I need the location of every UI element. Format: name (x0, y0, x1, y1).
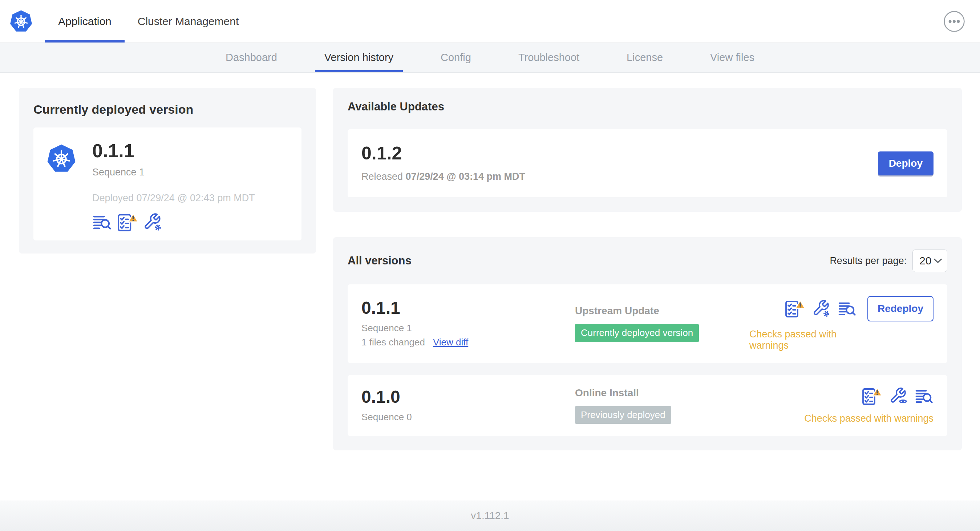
wrench-gear-config-icon[interactable] (812, 299, 831, 318)
available-updates-card: Available Updates 0.1.2 Released 07/29/2… (333, 88, 962, 212)
row-version-number: 0.1.0 (361, 388, 575, 406)
redeploy-button[interactable]: Redeploy (867, 296, 934, 321)
deploy-logs-icon[interactable] (838, 299, 856, 318)
app-subnav: Dashboard Version history Config Trouble… (0, 43, 980, 73)
results-per-page: Results per page: 20 (830, 250, 947, 272)
row-source-label: Online Install (575, 387, 749, 399)
subnav-config-label: Config (441, 52, 471, 64)
console-version: v1.112.1 (471, 510, 509, 521)
row-files-line: 1 files changed View diff (361, 337, 575, 348)
released-prefix: Released (361, 171, 403, 182)
subnav-tab-config[interactable]: Config (431, 43, 480, 72)
main-content: Currently deployed version (0, 73, 980, 450)
row-action-icons: Redeploy (784, 296, 934, 321)
all-versions-title: All versions (348, 254, 412, 267)
preflight-checklist-warning-icon[interactable] (861, 387, 883, 406)
preflight-checklist-warning-icon[interactable] (116, 213, 139, 232)
tab-cluster-management[interactable]: Cluster Management (124, 0, 252, 43)
chevron-down-icon (934, 259, 942, 263)
ellipsis-menu-icon (943, 10, 966, 33)
subnav-license-label: License (627, 52, 663, 64)
console-footer: v1.112.1 (0, 501, 980, 531)
subnav-tab-license[interactable]: License (617, 43, 672, 72)
tab-cluster-management-label: Cluster Management (138, 15, 239, 28)
subnav-version-history-label: Version history (325, 52, 393, 64)
all-versions-header: All versions Results per page: 20 (348, 250, 947, 272)
version-row-source: Upstream Update Currently deployed versi… (575, 305, 749, 342)
version-row-actions: Checks passed with warnings (804, 387, 934, 424)
previously-deployed-badge: Previously deployed (575, 406, 671, 424)
subnav-tab-version-history[interactable]: Version history (315, 43, 403, 72)
top-tabs: Application Cluster Management (45, 0, 252, 43)
kubernetes-logo-icon (10, 9, 33, 34)
row-source-label: Upstream Update (575, 305, 749, 317)
results-per-page-label: Results per page: (830, 255, 907, 267)
version-row-actions: Redeploy Checks passed with warnings (749, 296, 934, 351)
row-sequence: Sequence 0 (361, 412, 575, 423)
deploy-button[interactable]: Deploy (878, 151, 934, 175)
wrench-eye-config-icon[interactable] (889, 387, 908, 406)
version-row-source: Online Install Previously deployed (575, 387, 749, 424)
version-row: 0.1.1 Sequence 1 1 files changed View di… (348, 285, 947, 363)
view-diff-link[interactable]: View diff (433, 337, 468, 348)
deployed-version-info: 0.1.1 Sequence 1 Deployed 07/29/24 @ 02:… (92, 141, 255, 227)
deployed-version-card: 0.1.1 Sequence 1 Deployed 07/29/24 @ 02:… (33, 127, 301, 240)
admin-console-window: Application Cluster Management Dashboard… (0, 0, 980, 531)
results-per-page-select[interactable]: 20 (912, 250, 947, 272)
preflight-checklist-warning-icon[interactable] (784, 299, 806, 318)
deployed-sequence: Sequence 1 (92, 167, 255, 178)
deployed-version-actions (92, 213, 255, 232)
wrench-gear-config-icon[interactable] (143, 213, 163, 232)
available-update-row: 0.1.2 Released 07/29/24 @ 03:14 pm MDT D… (348, 129, 947, 197)
version-row-info: 0.1.0 Sequence 0 (361, 388, 575, 423)
preflight-status-text: Checks passed with warnings (804, 413, 934, 424)
currently-deployed-title: Currently deployed version (33, 102, 301, 117)
preflight-status-text: Checks passed with warnings (749, 329, 856, 351)
update-info: 0.1.2 Released 07/29/24 @ 03:14 pm MDT (361, 144, 525, 182)
update-version-number: 0.1.2 (361, 144, 525, 162)
subnav-troubleshoot-label: Troubleshoot (518, 52, 579, 64)
tab-application-label: Application (58, 15, 111, 28)
subnav-tab-dashboard[interactable]: Dashboard (216, 43, 286, 72)
files-changed-label: 1 files changed (361, 337, 425, 348)
results-per-page-value: 20 (920, 254, 931, 267)
subnav-tab-troubleshoot[interactable]: Troubleshoot (509, 43, 589, 72)
subnav-dashboard-label: Dashboard (226, 52, 277, 64)
version-row: 0.1.0 Sequence 0 Online Install Previous… (348, 375, 947, 436)
kubernetes-app-icon (46, 143, 76, 175)
available-updates-title: Available Updates (348, 100, 947, 113)
all-versions-card: All versions Results per page: 20 (333, 237, 962, 450)
tab-application[interactable]: Application (45, 0, 124, 43)
row-action-icons (861, 387, 934, 406)
currently-deployed-card: Currently deployed version (19, 88, 316, 253)
deployed-version-number: 0.1.1 (92, 141, 255, 160)
update-released-line: Released 07/29/24 @ 03:14 pm MDT (361, 171, 525, 182)
top-nav-bar: Application Cluster Management (0, 0, 980, 43)
overflow-menu-button[interactable] (943, 10, 966, 33)
row-version-number: 0.1.1 (361, 299, 575, 317)
deploy-logs-icon[interactable] (915, 387, 934, 406)
right-column: Available Updates 0.1.2 Released 07/29/2… (333, 88, 962, 450)
row-sequence: Sequence 1 (361, 323, 575, 334)
version-row-info: 0.1.1 Sequence 1 1 files changed View di… (361, 299, 575, 348)
deployed-timestamp: Deployed 07/29/24 @ 02:43 pm MDT (92, 192, 255, 204)
released-date: 07/29/24 @ 03:14 pm MDT (406, 171, 525, 182)
subnav-view-files-label: View files (710, 52, 754, 64)
currently-deployed-badge: Currently deployed version (575, 324, 699, 342)
subnav-tab-view-files[interactable]: View files (701, 43, 764, 72)
deploy-logs-icon[interactable] (92, 213, 112, 232)
